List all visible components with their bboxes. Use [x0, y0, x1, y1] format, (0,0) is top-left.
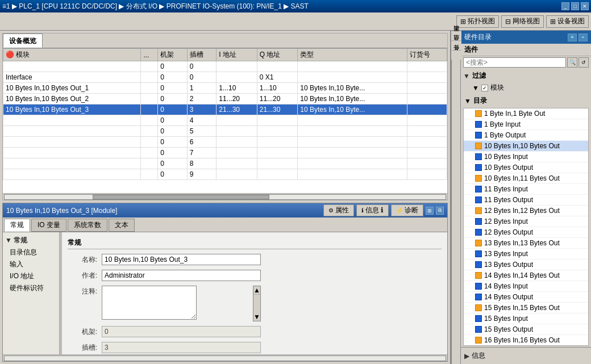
- filter-header: ▼ 过滤: [463, 70, 589, 82]
- author-input[interactable]: [102, 270, 261, 281]
- col-slot: 插槽: [187, 49, 217, 61]
- catalog-list-item[interactable]: 15 Bytes Output: [464, 324, 588, 335]
- tab-io-variables[interactable]: IO 变量: [31, 219, 66, 232]
- textarea-scroll-up[interactable]: ▲: [253, 286, 260, 295]
- catalog-list-item[interactable]: 13 Bytes In,13 Bytes Out: [464, 238, 588, 249]
- maximize-button[interactable]: □: [571, 2, 579, 10]
- modules-checkbox[interactable]: [481, 85, 488, 91]
- table-row[interactable]: 0 9: [3, 169, 447, 180]
- table-row[interactable]: 0 4: [3, 115, 447, 126]
- info-arrow-icon[interactable]: ▶: [464, 352, 469, 360]
- table-row[interactable]: 0 7: [3, 148, 447, 158]
- tab-general[interactable]: 常规: [4, 219, 30, 232]
- catalog-list-item[interactable]: 14 Bytes Input: [464, 281, 588, 292]
- catalog-list-item[interactable]: 10 Bytes Output: [464, 162, 588, 173]
- author-label: 作者:: [68, 270, 102, 281]
- diag-tab-btn[interactable]: ⚡ 诊断: [391, 204, 423, 216]
- props-panel: 10 Bytes In,10 Bytes Out_3 [Module] ⚙ 属性…: [2, 203, 448, 362]
- rack-input: [102, 326, 261, 337]
- props-form: 常规 名称: 作者: 注释: ▲: [62, 232, 447, 354]
- side-tab-diagram[interactable]: 图表: [451, 31, 461, 40]
- catalog-item-icon: [475, 240, 482, 246]
- h-scrollbar[interactable]: [3, 193, 447, 200]
- table-row[interactable]: 0 5: [3, 126, 447, 137]
- nav-item-input[interactable]: 输入: [3, 258, 59, 270]
- catalog-list-item[interactable]: 1 Byte In,1 Byte Out: [464, 108, 588, 119]
- tab-system-constants[interactable]: 系统常数: [68, 219, 107, 232]
- catalog-search-input[interactable]: [463, 57, 566, 68]
- catalog-list-item[interactable]: 12 Bytes Output: [464, 227, 588, 238]
- side-tab-tasks[interactable]: 任务: [451, 50, 461, 60]
- table-row[interactable]: 0 6: [3, 137, 447, 148]
- filter-arrow-icon: ▼: [463, 72, 470, 80]
- form-slot-group: 插槽:: [68, 342, 442, 353]
- catalog-item-icon: [475, 304, 482, 311]
- properties-tab-btn[interactable]: ⚙ 属性: [323, 204, 354, 216]
- col-iaddr: I 地址: [217, 49, 257, 61]
- catalog-list-item[interactable]: 1 Byte Input: [464, 119, 588, 130]
- catalog-list-item[interactable]: 12 Bytes In,12 Bytes Out: [464, 206, 588, 216]
- table-row[interactable]: 10 Bytes In,10 Bytes Out_2 0 2 11...20 1…: [3, 94, 447, 104]
- catalog-expand-icon[interactable]: »: [578, 34, 588, 41]
- catalog-list-item[interactable]: 16 Bytes In,16 Bytes Out: [464, 335, 588, 346]
- catalog-list-item[interactable]: 15 Bytes Input: [464, 313, 588, 324]
- props-tabs: 常规 IO 变量 系统常数 文本: [3, 217, 447, 232]
- nav-item-catalog[interactable]: 目录信息: [3, 246, 59, 258]
- catalog-item-icon: [475, 175, 482, 182]
- nav-item-io-address[interactable]: I/O 地址: [3, 270, 59, 282]
- catalog-list-item[interactable]: 10 Bytes Input: [464, 152, 588, 162]
- props-h-scrollbar[interactable]: [3, 354, 447, 361]
- props-title-text: 10 Bytes In,10 Bytes Out_3 [Module]: [6, 207, 117, 215]
- catalog-item-icon: [475, 272, 482, 279]
- side-tab-info[interactable]: 信息: [451, 40, 461, 50]
- network-icon: ⊟: [505, 18, 511, 26]
- device-table[interactable]: 🔴 模块 ... 机架 插槽 I 地址 Q 地址 类型 订货号 0 0: [3, 48, 447, 193]
- catalog-list-item[interactable]: 10 Bytes In,10 Bytes Out: [464, 141, 588, 152]
- device-view-button[interactable]: ⊞ 设备视图: [546, 15, 589, 28]
- table-row[interactable]: Interface 0 0 0 X1: [3, 72, 447, 83]
- catalog-list-item[interactable]: 13 Bytes Output: [464, 260, 588, 270]
- form-author-group: 作者:: [68, 270, 442, 281]
- topology-view-button[interactable]: ⊞ 拓扑视图: [456, 15, 499, 28]
- col-dots: ...: [141, 49, 158, 61]
- catalog-reset-button[interactable]: ↺: [578, 57, 589, 68]
- catalog-search-label: 选件: [461, 44, 591, 56]
- nav-item-hw-identifier[interactable]: 硬件标识符: [3, 282, 59, 294]
- table-row[interactable]: 0 8: [3, 158, 447, 169]
- catalog-list-item[interactable]: 13 Bytes Input: [464, 249, 588, 260]
- catalog-list-item[interactable]: 12 Bytes Input: [464, 216, 588, 227]
- catalog-list-item[interactable]: 14 Bytes In,14 Bytes Out: [464, 270, 588, 281]
- catalog-item-icon: [475, 283, 482, 290]
- comment-textarea[interactable]: [102, 286, 197, 320]
- catalog-title: 硬件目录 ≡ »: [461, 31, 591, 44]
- catalog-item-icon: [475, 164, 482, 171]
- table-row[interactable]: 0 0: [3, 61, 447, 72]
- catalog-search-button[interactable]: 🔍: [567, 57, 577, 68]
- table-row[interactable]: 10 Bytes In,10 Bytes Out_1 0 1 1...10 1.…: [3, 83, 447, 94]
- catalog-list-item[interactable]: 10 Bytes In,11 Bytes Out: [464, 173, 588, 184]
- form-section-title: 常规: [68, 238, 442, 249]
- catalog-list-item[interactable]: 1 Byte Output: [464, 130, 588, 141]
- info-tab-btn[interactable]: ℹ 信息 ℹ: [356, 204, 389, 216]
- form-name-group: 名称:: [68, 254, 442, 265]
- device-overview-tab[interactable]: 设备概览: [3, 34, 43, 48]
- catalog-list-item[interactable]: 11 Bytes Input: [464, 184, 588, 195]
- col-rack: 机架: [158, 49, 188, 61]
- catalog-list-item[interactable]: 15 Bytes In,15 Bytes Out: [464, 303, 588, 313]
- name-input[interactable]: [102, 254, 261, 265]
- close-button[interactable]: ✕: [581, 2, 589, 10]
- catalog-list-item[interactable]: 14 Bytes Output: [464, 292, 588, 303]
- device-icon: ⊞: [550, 18, 556, 26]
- catalog-list[interactable]: 1 Byte In,1 Byte Out1 Byte Input1 Byte O…: [463, 108, 589, 346]
- catalog-list-item[interactable]: 11 Bytes Output: [464, 195, 588, 206]
- props-expand-btn[interactable]: ⊞: [426, 207, 434, 215]
- topology-icon: ⊞: [460, 18, 466, 26]
- network-view-button[interactable]: ⊟ 网络视图: [501, 15, 544, 28]
- catalog-expand-arrow[interactable]: ▼: [464, 97, 471, 105]
- minimize-button[interactable]: _: [561, 2, 569, 10]
- props-float-btn[interactable]: ⧉: [436, 207, 444, 215]
- textarea-scroll-down[interactable]: ▼: [253, 313, 260, 321]
- tab-text[interactable]: 文本: [109, 219, 135, 232]
- catalog-menu-icon[interactable]: ≡: [568, 34, 577, 41]
- table-row[interactable]: 10 Bytes In,10 Bytes Out_3 0 3 21...30 2…: [3, 104, 447, 115]
